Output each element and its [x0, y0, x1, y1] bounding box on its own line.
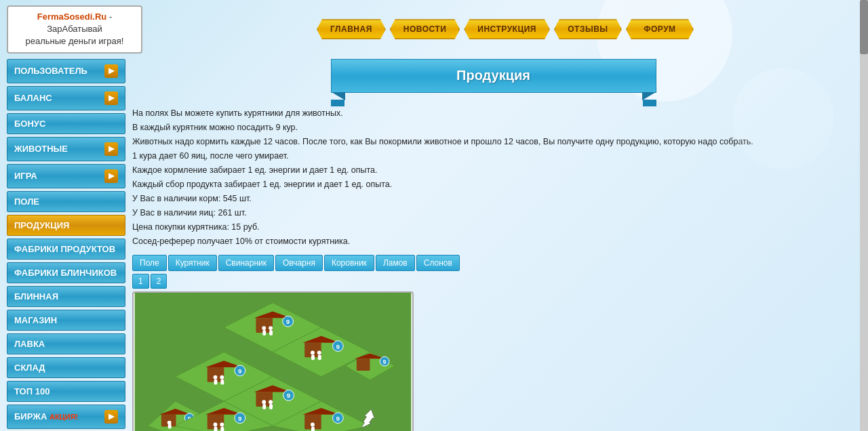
tab-korovnik[interactable]: Коровник — [324, 255, 374, 271]
svg-text:9: 9 — [287, 392, 291, 399]
nav-btn-forum[interactable]: ФОРУМ — [626, 19, 694, 39]
tab-ovcharnya[interactable]: Овчарня — [275, 255, 323, 271]
arrow-icon-balance: ▶ — [104, 91, 118, 105]
svg-point-7 — [262, 326, 266, 330]
svg-point-48 — [311, 422, 315, 426]
svg-rect-61 — [214, 426, 218, 431]
svg-text:9: 9 — [286, 318, 290, 325]
sidebar-label-game: ИГРА — [14, 171, 37, 181]
header: FermaSosedi.Ru - ЗарАбатывай реальные де… — [0, 0, 868, 59]
sidebar-label-lavka: ЛАВКА — [14, 339, 45, 349]
svg-point-30 — [214, 375, 218, 379]
category-tabs: Поле Курятник Свинарник Овчарня Коровник… — [132, 255, 854, 271]
sidebar-item-balance[interactable]: БАЛАНС ▶ — [7, 86, 125, 110]
site-name: FermaSosedi.Ru — [37, 12, 107, 22]
sidebar-item-top100[interactable]: ТОП 100 — [7, 381, 125, 402]
sidebar-item-production[interactable]: ПРОДУКЦИЯ — [7, 215, 125, 236]
tab-kuryatnik[interactable]: Курятник — [168, 255, 217, 271]
tab-lamov[interactable]: Ламов — [376, 255, 415, 271]
ribbon-container: Продукция — [331, 59, 656, 100]
sidebar-item-lavka[interactable]: ЛАВКА — [7, 333, 125, 354]
page-number-tabs: 1 2 — [132, 274, 854, 289]
scrollbar-thumb[interactable] — [860, 0, 868, 54]
arrow-icon-animals: ▶ — [104, 142, 118, 156]
sidebar-item-user[interactable]: ПОЛЬЗОВАТЕЛЬ ▶ — [7, 59, 125, 83]
aktsiya-badge: АКЦИЯ! — [50, 413, 78, 421]
page-tab-2[interactable]: 2 — [151, 274, 167, 289]
sidebar-label-balance: БАЛАНС — [14, 93, 52, 103]
sidebar-label-top100: ТОП 100 — [14, 386, 50, 396]
svg-rect-47 — [311, 426, 315, 431]
svg-rect-15 — [311, 354, 315, 360]
arrow-icon-birzha: ▶ — [104, 410, 118, 424]
sidebar-label-field: ПОЛЕ — [14, 197, 39, 207]
info-line-6: Каждый сбор продукта забирает 1 ед. энер… — [132, 178, 854, 191]
svg-text:9: 9 — [238, 414, 242, 422]
nav-btn-home[interactable]: ГЛАВНАЯ — [317, 19, 386, 39]
arrow-icon-game: ▶ — [104, 169, 118, 183]
svg-point-32 — [220, 375, 224, 379]
svg-point-18 — [317, 350, 321, 354]
sidebar-label-user: ПОЛЬЗОВАТЕЛЬ — [14, 66, 87, 76]
svg-rect-31 — [220, 379, 224, 384]
logo-tagline2: реальные деньги играя! — [26, 36, 124, 46]
svg-rect-40 — [269, 404, 273, 409]
svg-text:9: 9 — [336, 414, 340, 422]
ribbon-side-left — [331, 100, 344, 106]
nav-btn-reviews[interactable]: ОТЗЫВЫ — [554, 19, 622, 39]
svg-rect-20 — [357, 358, 370, 371]
ribbon-main: Продукция — [331, 59, 656, 93]
farm-container: 9 9 9 — [132, 291, 414, 431]
svg-rect-38 — [262, 404, 266, 409]
sidebar-label-bonus: БОНУС — [14, 119, 45, 129]
nav-btn-instructions[interactable]: ИНСТРУКЦИЯ — [464, 19, 550, 39]
scrollbar[interactable] — [860, 0, 868, 431]
sidebar-item-bonus[interactable]: БОНУС — [7, 113, 125, 134]
svg-point-9 — [269, 326, 273, 330]
sidebar-item-sklad[interactable]: СКЛАД — [7, 357, 125, 378]
sidebar-label-magazin: МАГАЗИН — [14, 315, 57, 325]
page-tab-1[interactable]: 1 — [132, 274, 149, 289]
sidebar-label-production: ПРОДУКЦИЯ — [14, 220, 69, 230]
logo-box: FermaSosedi.Ru - ЗарАбатывай реальные де… — [7, 5, 142, 54]
svg-rect-6 — [262, 330, 266, 335]
page-title: Продукция — [456, 68, 530, 83]
arrow-icon-user: ▶ — [104, 64, 118, 78]
sidebar-item-factories-bliny[interactable]: ФАБРИКИ БЛИНЧИКОВ — [7, 262, 125, 283]
sidebar-item-blinnaya[interactable]: БЛИННАЯ — [7, 286, 125, 307]
sidebar-label-sklad: СКЛАД — [14, 363, 45, 373]
svg-rect-29 — [214, 379, 218, 384]
sidebar-label-birzha: БИРЖА АКЦИЯ! — [14, 411, 78, 422]
svg-rect-63 — [220, 426, 224, 431]
tab-svinарnik[interactable]: Свинарник — [218, 255, 274, 271]
nav-buttons: ГЛАВНАЯ НОВОСТИ ИНСТРУКЦИЯ ОТЗЫВЫ ФОРУМ — [149, 19, 861, 39]
sidebar-item-game[interactable]: ИГРА ▶ — [7, 164, 125, 188]
sidebar-label-animals: ЖИВОТНЫЕ — [14, 144, 68, 154]
sidebar-label-factories-bliny: ФАБРИКИ БЛИНЧИКОВ — [14, 268, 117, 278]
svg-point-64 — [220, 422, 224, 426]
info-line-5: Каждое кормление забирает 1 ед. энергии … — [132, 163, 854, 177]
svg-text:9: 9 — [238, 367, 242, 374]
tab-pole[interactable]: Поле — [132, 255, 167, 271]
info-line-9: Цена покупки курятника: 15 руб. — [132, 220, 854, 234]
svg-point-62 — [214, 422, 218, 426]
sidebar-item-factories[interactable]: ФАБРИКИ ПРОДУКТОВ — [7, 239, 125, 260]
svg-point-39 — [262, 400, 266, 404]
svg-rect-54 — [168, 424, 172, 428]
tab-slonov[interactable]: Слонов — [416, 255, 460, 271]
svg-point-41 — [269, 400, 273, 404]
svg-rect-8 — [269, 330, 273, 335]
svg-text:9: 9 — [383, 358, 387, 365]
sidebar-label-factories: ФАБРИКИ ПРОДУКТОВ — [14, 244, 115, 254]
sidebar-item-field[interactable]: ПОЛЕ — [7, 191, 125, 212]
sidebar-label-blinnaya: БЛИННАЯ — [14, 291, 58, 302]
sidebar-item-animals[interactable]: ЖИВОТНЫЕ ▶ — [7, 137, 125, 161]
sidebar-item-birzha[interactable]: БИРЖА АКЦИЯ! ▶ — [7, 405, 125, 429]
sidebar-item-magazin[interactable]: МАГАЗИН — [7, 310, 125, 331]
svg-point-55 — [167, 420, 172, 424]
info-line-10: Сосед-реферер получает 10% от стоимости … — [132, 234, 854, 248]
info-line-7: У Вас в наличии корм: 545 шт. — [132, 192, 854, 205]
sidebar: ПОЛЬЗОВАТЕЛЬ ▶ БАЛАНС ▶ БОНУС ЖИВОТНЫЕ ▶… — [7, 59, 125, 431]
svg-text:9: 9 — [336, 342, 340, 350]
nav-btn-news[interactable]: НОВОСТИ — [390, 19, 460, 39]
